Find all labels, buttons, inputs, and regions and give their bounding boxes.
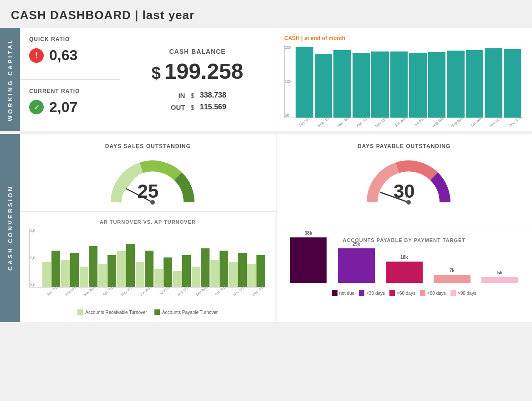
quick-ratio-danger-icon: !	[29, 48, 44, 63]
ar-ap-bar-group	[136, 251, 153, 287]
ap-legend-dot	[389, 290, 395, 296]
ar-ap-bar-group	[154, 257, 172, 287]
cash-balance-panel: CASH BALANCE $199.258 IN $ 338.738 OUT $…	[120, 28, 275, 131]
ap-legend-item: Accounts Payable Turnover	[154, 309, 218, 315]
cash-currency: $	[152, 64, 161, 82]
ap-legend-label: Accounts Payable Turnover	[162, 310, 218, 315]
cash-bar	[315, 54, 332, 118]
cash-out-label: OUT	[169, 103, 185, 111]
ap-legend-dot	[332, 290, 338, 296]
current-ratio-ok-icon: ✓	[29, 100, 44, 114]
ap-legend-item: <90 days	[420, 290, 446, 296]
current-ratio-box: CURRENT RATIO ✓ 2,07	[20, 80, 120, 132]
ap-legend-label: >90 days	[458, 291, 476, 296]
cash-in-row: IN $ 338.738	[138, 91, 256, 99]
ap-legend-label: <30 days	[366, 291, 385, 296]
ap-bar-top-label: 5k	[497, 270, 502, 275]
ap-legend-item: >90 days	[450, 290, 476, 296]
cash-bar	[353, 53, 370, 118]
ap-bar-col: 18k	[381, 255, 427, 283]
cash-bar	[409, 53, 427, 118]
ap-bar-top-label: 18k	[400, 255, 408, 260]
cash-bar	[485, 48, 502, 118]
ap-legend-item: <30 days	[359, 290, 385, 296]
ap-bar-rect	[290, 237, 327, 283]
working-capital-sidebar: WORKING CAPITAL	[0, 28, 20, 131]
ap-bar-top-label: 29k	[353, 242, 360, 247]
cash-bar	[504, 49, 522, 118]
ar-legend-item: Accounts Receivable Turnover	[77, 309, 147, 315]
ap-payment-panel: ACCOUNTS PAYABLE BY PAYMENT TARGET 38k29…	[276, 230, 532, 322]
ap-legend-label: <60 days	[397, 291, 415, 296]
ar-legend-label: Accounts Receivable Turnover	[85, 310, 147, 315]
ar-ap-bar-group	[80, 246, 97, 287]
ap-legend-dot	[420, 290, 425, 296]
ap-bar-col: 5k	[477, 270, 523, 283]
cash-bar	[333, 50, 351, 118]
ar-ap-panel: AR TURNOVER VS. AP TURNOVER 4,02,00,0 Ja…	[20, 212, 276, 322]
ar-ap-bar-group	[247, 255, 265, 287]
cash-in-label: IN	[169, 92, 185, 99]
ap-bar-col: 7k	[429, 268, 475, 283]
cash-bar	[296, 47, 313, 118]
cash-out-value: 115.569	[200, 103, 226, 111]
ar-ap-bar-group	[117, 244, 135, 287]
cash-bar-chart: 20k10k0k Jan 2015Feb 2015Mar 2015Apr 201…	[284, 45, 523, 124]
page-title: CASH DASHBOARD | last year	[0, 0, 532, 28]
ap-legend-item: not due	[332, 290, 354, 296]
ap-bar-rect	[386, 262, 423, 283]
dpo-panel: DAYS PAYABLE OUTSTANDING	[276, 134, 532, 230]
quick-ratio-value: 0,63	[49, 47, 77, 64]
ap-legend-item: <60 days	[389, 290, 415, 296]
ap-bar-rect	[434, 275, 471, 283]
ap-legend-dot	[359, 290, 364, 296]
ar-ap-title: AR TURNOVER VS. AP TURNOVER	[29, 219, 266, 225]
cash-out-row: OUT $ 115.569	[138, 103, 256, 111]
ar-ap-bar-group	[210, 251, 228, 287]
ratios-panel: QUICK RATIO ! 0,63 CURRENT RATIO ✓ 2,07	[20, 28, 120, 131]
cash-in-currency: $	[190, 92, 194, 99]
ap-legend-label: not due	[339, 291, 354, 296]
cash-main-value: 199.258	[164, 59, 244, 83]
dpo-title: DAYS PAYABLE OUTSTANDING	[358, 143, 450, 149]
cash-out-currency: $	[190, 103, 194, 111]
cash-bar	[390, 51, 408, 118]
cash-conversion-sidebar: CASH CONVERSION	[0, 134, 20, 322]
cash-bar	[466, 50, 484, 118]
ar-ap-legend: Accounts Receivable Turnover Accounts Pa…	[29, 309, 266, 315]
ar-ap-bar-group	[98, 255, 116, 287]
ap-bar-rect	[481, 277, 518, 283]
ap-bar-top-label: 7k	[450, 268, 455, 273]
ap-legend-dot	[450, 290, 456, 296]
quick-ratio-box: QUICK RATIO ! 0,63	[20, 28, 120, 80]
dpo-value: 30	[394, 180, 415, 202]
ar-ap-bar-group	[61, 253, 79, 287]
current-ratio-title: CURRENT RATIO	[29, 88, 111, 94]
ap-bar-col: 38k	[286, 231, 332, 283]
ap-bar-rect	[338, 248, 375, 283]
cash-chart-panel: CASH | at end of month 20k10k0k Jan 2015…	[275, 28, 532, 131]
ar-ap-bar-group	[173, 255, 191, 287]
ar-ap-bar-group	[42, 251, 60, 287]
ar-legend-dot	[77, 309, 83, 315]
ap-bar-top-label: 38k	[305, 231, 312, 236]
cash-bar	[447, 51, 465, 118]
cash-in-value: 338.738	[200, 91, 226, 99]
ap-legend-dot	[154, 309, 160, 315]
cash-bar	[428, 52, 446, 118]
dpo-gauge: 30	[363, 157, 445, 202]
ap-legend-label: <90 days	[427, 291, 446, 296]
cash-balance-title: CASH BALANCE	[138, 48, 256, 55]
ar-ap-bar-group	[192, 248, 210, 287]
ap-bar-col: 29k	[333, 242, 379, 283]
dso-title: DAYS SALES OUTSTANDING	[105, 143, 191, 149]
cash-bar	[371, 51, 389, 118]
current-ratio-value: 2,07	[49, 99, 77, 116]
cash-balance-main: $199.258	[138, 59, 256, 84]
ar-ap-bar-group	[229, 253, 247, 287]
dso-value: 25	[137, 180, 159, 202]
dso-gauge: 25	[107, 157, 189, 202]
dso-panel: DAYS SALES OUTSTANDING	[20, 134, 276, 212]
cash-chart-title: CASH | at end of month	[284, 35, 523, 41]
quick-ratio-title: QUICK RATIO	[29, 36, 111, 42]
